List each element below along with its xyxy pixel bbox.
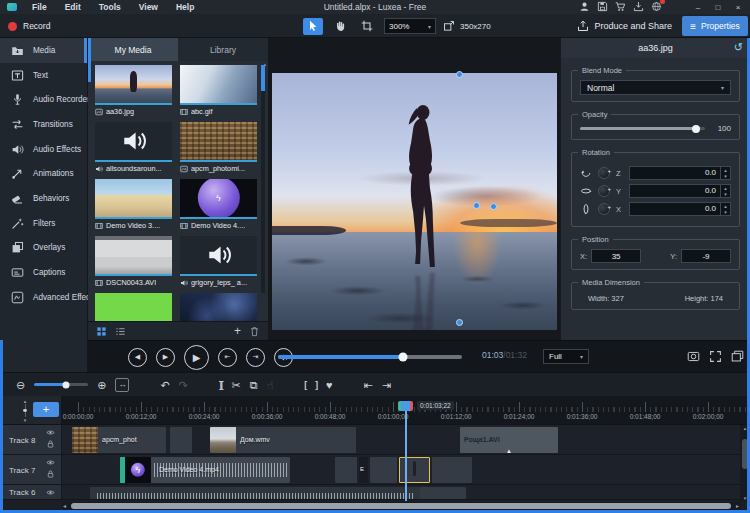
- blend-mode-select[interactable]: Normal ▾: [580, 80, 731, 95]
- sidebar-item-overlays[interactable]: Overlays: [0, 236, 87, 261]
- copy-icon[interactable]: ⧉: [250, 379, 258, 391]
- reset-icon[interactable]: ↺: [734, 41, 743, 54]
- download-button[interactable]: [633, 1, 644, 12]
- menu-file[interactable]: File: [25, 0, 54, 14]
- selection-handle-right[interactable]: [490, 203, 497, 210]
- media-scrollbar[interactable]: [261, 65, 265, 293]
- zoom-in-icon[interactable]: ⊕: [97, 379, 106, 391]
- timeline-clip[interactable]: [170, 427, 192, 453]
- save-button[interactable]: [597, 1, 608, 12]
- frames-button[interactable]: [731, 350, 744, 363]
- timeline-clip[interactable]: apcm_phot: [72, 427, 166, 453]
- selection-handle-top[interactable]: [456, 71, 463, 78]
- sidebar-item-filters[interactable]: Filters: [0, 211, 87, 236]
- sidebar-item-transitions[interactable]: Transitions: [0, 112, 87, 137]
- timeline-clip[interactable]: Demo Video 4.mp4: [120, 457, 290, 483]
- media-item[interactable]: DSCN0043.AVI: [95, 236, 172, 288]
- cart-button[interactable]: [615, 1, 626, 12]
- pan-tool-button[interactable]: [330, 18, 350, 35]
- scrollbar-thumb[interactable]: [71, 503, 731, 509]
- add-media-button[interactable]: +: [234, 326, 241, 336]
- list-view-button[interactable]: [115, 326, 126, 337]
- produce-share-button[interactable]: Produce and Share: [577, 20, 672, 32]
- timeline-clip[interactable]: E: [359, 457, 368, 483]
- menu-view[interactable]: View: [132, 0, 165, 14]
- menu-tools[interactable]: Tools: [92, 0, 128, 14]
- sidebar-item-captions[interactable]: Captions: [0, 260, 87, 285]
- playhead-flag[interactable]: [398, 401, 413, 411]
- split-icon[interactable]: ][: [219, 379, 223, 391]
- timeline-clip[interactable]: [335, 457, 357, 483]
- marker-icon[interactable]: ♥: [326, 379, 333, 391]
- crop-tool-button[interactable]: [357, 18, 377, 35]
- sidebar-item-behaviors[interactable]: Behaviors: [0, 186, 87, 211]
- rotation-input[interactable]: 0.0▴▾: [629, 184, 731, 198]
- media-item[interactable]: grigory_leps_ a...: [180, 236, 257, 288]
- timeline-clip[interactable]: Дом.wmv: [210, 427, 356, 453]
- rotation-input[interactable]: 0.0▴▾: [629, 166, 731, 180]
- undo-icon[interactable]: ↶: [160, 379, 169, 391]
- jump-end-icon[interactable]: ⇥: [382, 379, 391, 391]
- rotation-ball-icon[interactable]: +: [598, 167, 610, 179]
- preview-stage[interactable]: [268, 38, 560, 340]
- play-button[interactable]: ▶: [184, 345, 209, 370]
- scroll-right-icon[interactable]: ▸: [736, 502, 739, 510]
- timeline-clip[interactable]: [420, 487, 466, 500]
- spin-down-icon[interactable]: ▾: [721, 191, 730, 197]
- step-forward-button[interactable]: ▶: [156, 348, 175, 367]
- timeline-clip[interactable]: [399, 457, 430, 483]
- rotation-ball-icon[interactable]: +: [598, 185, 610, 197]
- media-item[interactable]: aa36.jpg: [95, 65, 172, 117]
- position-x-input[interactable]: 35: [591, 249, 641, 263]
- selection-handle-rotate[interactable]: [473, 202, 480, 209]
- spin-down-icon[interactable]: ▾: [721, 173, 730, 179]
- timeline-clip[interactable]: Роща1.AVI▲: [460, 427, 558, 453]
- menu-edit[interactable]: Edit: [58, 0, 88, 14]
- track-header[interactable]: Track 8: [0, 425, 62, 454]
- opacity-slider[interactable]: [580, 127, 705, 130]
- jump-start-button[interactable]: ⇤: [218, 348, 237, 367]
- canvas-size-control[interactable]: 350x270: [443, 20, 491, 32]
- media-item[interactable]: apcm_photomi...: [180, 122, 257, 174]
- sidebar-item-audio-effects[interactable]: Audio Effects: [0, 137, 87, 162]
- jump-end-button[interactable]: ⇥: [246, 348, 265, 367]
- spinner-buttons[interactable]: ▴▾: [720, 185, 730, 197]
- user-button[interactable]: [579, 1, 590, 12]
- jump-start-icon[interactable]: ⇤: [364, 379, 373, 391]
- scroll-left-icon[interactable]: ◂: [63, 502, 66, 510]
- timeline-zoom-slider[interactable]: [34, 383, 88, 386]
- select-tool-button[interactable]: [303, 18, 323, 35]
- sidebar-item-animations[interactable]: Animations: [0, 161, 87, 186]
- grid-view-button[interactable]: [96, 326, 107, 337]
- fit-timeline-icon[interactable]: ↔: [115, 378, 129, 392]
- seek-knob[interactable]: [399, 353, 408, 362]
- horizontal-scrollbar[interactable]: ◂ ▸: [62, 502, 740, 510]
- add-track-button[interactable]: +: [33, 402, 59, 417]
- close-button[interactable]: ×: [730, 0, 746, 14]
- properties-button[interactable]: ≡ Properties: [682, 16, 748, 36]
- sidebar-item-audio-recorder[interactable]: Audio Recorder: [0, 87, 87, 112]
- timeline-clip[interactable]: [432, 457, 472, 483]
- playhead-line[interactable]: [405, 402, 407, 501]
- step-back-button[interactable]: ◀: [128, 348, 147, 367]
- spinner-buttons[interactable]: ▴▾: [720, 167, 730, 179]
- scrollbar-thumb[interactable]: [261, 65, 265, 91]
- sidebar-item-media[interactable]: Media: [0, 38, 87, 63]
- timeline-clip[interactable]: [370, 457, 397, 483]
- rotation-ball-icon[interactable]: +: [598, 203, 610, 215]
- track-height-slider[interactable]: ▴▾: [20, 398, 30, 423]
- tab-my-media[interactable]: My Media: [88, 38, 178, 61]
- sidebar-item-advanced-effects[interactable]: Advanced Effects: [0, 285, 87, 310]
- record-button[interactable]: Record: [8, 14, 50, 38]
- minimize-button[interactable]: –: [690, 0, 706, 14]
- slider-knob[interactable]: [62, 381, 69, 388]
- zoom-out-icon[interactable]: ⊖: [16, 379, 25, 391]
- rotation-input[interactable]: 0.0▴▾: [629, 202, 731, 216]
- media-item[interactable]: [95, 293, 172, 321]
- position-y-input[interactable]: -9: [681, 249, 731, 263]
- track-header[interactable]: Track 7: [0, 455, 62, 484]
- preview-image[interactable]: [272, 73, 557, 330]
- spin-down-icon[interactable]: ▾: [721, 209, 730, 215]
- delete-media-button[interactable]: [249, 326, 260, 337]
- sidebar-item-text[interactable]: Text: [0, 63, 87, 88]
